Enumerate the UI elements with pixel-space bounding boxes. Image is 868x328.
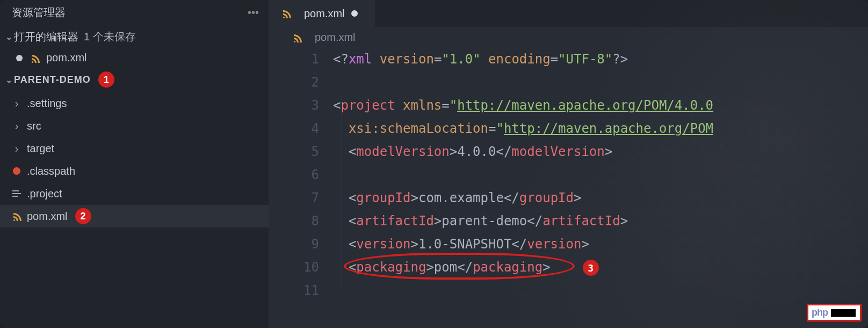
tree-item-label: pom.xml <box>27 210 68 223</box>
project-name: PARENT-DEMO <box>14 74 91 85</box>
rss-icon <box>11 211 23 221</box>
line-gutter: 1234567891011 <box>269 48 333 302</box>
tab-label: pom.xml <box>304 8 345 20</box>
rss-icon <box>292 33 302 42</box>
code-line-9[interactable]: <version>1.0-SNAPSHOT</version> <box>333 233 868 256</box>
code-line-2[interactable] <box>333 71 868 94</box>
editor-area: pom.xml pom.xml 1234567891011 <?xml vers… <box>269 0 868 328</box>
rss-icon <box>30 53 40 63</box>
code-line-6[interactable] <box>333 163 868 187</box>
explorer-title: 资源管理器 <box>12 5 66 20</box>
folder-item[interactable]: ›target <box>0 137 269 160</box>
file-tree: ›.settings›src›target.classpath.projectp… <box>0 92 269 227</box>
open-editors-section[interactable]: ⌄ 打开的编辑器 1 个未保存 <box>0 25 269 48</box>
open-editor-item[interactable]: pom.xml <box>0 48 269 67</box>
chevron-right-icon: › <box>11 120 23 132</box>
watermark-bar <box>831 309 856 317</box>
explorer-sidebar: 资源管理器 ••• ⌄ 打开的编辑器 1 个未保存 pom.xml ⌄ PARE… <box>0 0 269 328</box>
file-item[interactable]: pom.xml2 <box>0 205 269 227</box>
annotation-badge-2: 2 <box>75 208 91 224</box>
project-file-icon <box>11 190 23 197</box>
explorer-header: 资源管理器 ••• <box>0 0 269 25</box>
tree-item-label: .classpath <box>27 165 75 177</box>
annotation-badge-1: 1 <box>98 72 114 88</box>
watermark-text: php <box>812 307 828 318</box>
code-line-3[interactable]: <project xmlns="http://maven.apache.org/… <box>333 94 868 117</box>
folder-item[interactable]: ›.settings <box>0 92 269 115</box>
code-lines[interactable]: <?xml version="1.0" encoding="UTF-8"?><p… <box>333 48 868 302</box>
rss-icon <box>281 9 291 18</box>
tree-item-label: target <box>27 142 54 155</box>
code-editor[interactable]: 1234567891011 <?xml version="1.0" encodi… <box>269 48 868 302</box>
unsaved-count: 1 个未保存 <box>84 30 136 44</box>
code-line-11[interactable] <box>333 279 868 302</box>
code-line-10[interactable]: <packaging>pom</packaging>3 <box>333 256 868 279</box>
more-icon[interactable]: ••• <box>248 6 259 19</box>
project-header[interactable]: ⌄ PARENT-DEMO 1 <box>0 67 269 92</box>
code-line-1[interactable]: <?xml version="1.0" encoding="UTF-8"?> <box>333 48 868 71</box>
file-item[interactable]: .classpath <box>0 160 269 182</box>
classpath-icon <box>11 166 23 176</box>
dirty-dot-icon <box>16 55 23 61</box>
code-line-8[interactable]: <artifactId>parent-demo</artifactId> <box>333 210 868 233</box>
breadcrumb-label: pom.xml <box>315 31 356 44</box>
annotation-badge-3: 3 <box>583 260 599 276</box>
tab-pom-xml[interactable]: pom.xml <box>269 0 375 27</box>
tree-item-label: src <box>27 120 41 132</box>
chevron-down-icon: ⌄ <box>3 75 14 85</box>
chevron-down-icon: ⌄ <box>3 32 14 42</box>
chevron-right-icon: › <box>11 97 23 110</box>
tree-item-label: .project <box>27 188 62 200</box>
breadcrumb[interactable]: pom.xml <box>269 27 868 48</box>
code-line-4[interactable]: xsi:schemaLocation="http://maven.apache.… <box>333 117 868 140</box>
code-line-7[interactable]: <groupId>com.example</groupId> <box>333 187 868 210</box>
open-editors-label: 打开的编辑器 <box>14 30 78 44</box>
tab-bar: pom.xml <box>269 0 868 27</box>
dirty-dot-icon <box>351 10 358 17</box>
folder-item[interactable]: ›src <box>0 115 269 137</box>
tree-item-label: .settings <box>27 97 67 110</box>
watermark-badge: php <box>807 304 862 322</box>
open-editor-filename: pom.xml <box>46 52 87 64</box>
code-line-5[interactable]: <modelVersion>4.0.0</modelVersion> <box>333 140 868 163</box>
chevron-right-icon: › <box>11 142 23 155</box>
file-item[interactable]: .project <box>0 182 269 205</box>
